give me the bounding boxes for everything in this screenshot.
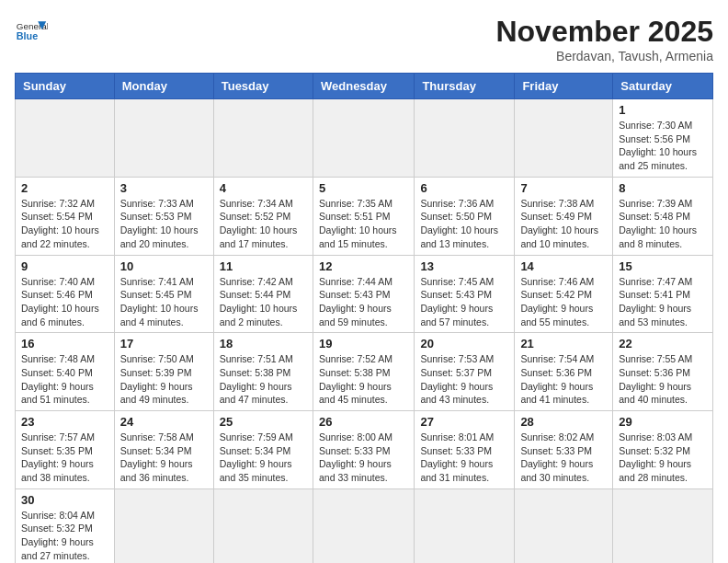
day-info: Sunrise: 7:59 AM Sunset: 5:34 PM Dayligh… <box>220 431 307 485</box>
day-number: 1 <box>619 103 707 117</box>
day-info: Sunrise: 7:52 AM Sunset: 5:38 PM Dayligh… <box>319 352 408 407</box>
day-header-tuesday: Tuesday <box>213 74 313 99</box>
calendar-cell: 24Sunrise: 7:58 AM Sunset: 5:34 PM Dayli… <box>114 411 213 489</box>
calendar-cell <box>114 99 213 178</box>
day-info: Sunrise: 7:39 AM Sunset: 5:48 PM Dayligh… <box>619 197 707 251</box>
day-info: Sunrise: 7:58 AM Sunset: 5:34 PM Dayligh… <box>120 431 208 485</box>
day-number: 2 <box>21 181 108 195</box>
day-info: Sunrise: 7:48 AM Sunset: 5:40 PM Dayligh… <box>21 352 108 407</box>
calendar-cell: 11Sunrise: 7:42 AM Sunset: 5:44 PM Dayli… <box>213 255 313 333</box>
day-number: 4 <box>220 181 307 195</box>
day-number: 14 <box>520 259 607 273</box>
calendar-cell: 1Sunrise: 7:30 AM Sunset: 5:56 PM Daylig… <box>613 99 713 178</box>
day-info: Sunrise: 8:02 AM Sunset: 5:33 PM Dayligh… <box>520 431 607 485</box>
day-number: 3 <box>120 181 208 195</box>
day-info: Sunrise: 7:51 AM Sunset: 5:38 PM Dayligh… <box>220 352 307 407</box>
calendar-cell: 12Sunrise: 7:44 AM Sunset: 5:43 PM Dayli… <box>313 255 414 333</box>
calendar-cell: 16Sunrise: 7:48 AM Sunset: 5:40 PM Dayli… <box>16 333 115 411</box>
day-number: 18 <box>220 337 307 350</box>
day-info: Sunrise: 8:00 AM Sunset: 5:33 PM Dayligh… <box>319 431 408 485</box>
calendar-table: SundayMondayTuesdayWednesdayThursdayFrid… <box>15 73 713 563</box>
day-number: 19 <box>319 337 408 350</box>
day-info: Sunrise: 7:46 AM Sunset: 5:42 PM Dayligh… <box>520 275 607 329</box>
day-info: Sunrise: 7:40 AM Sunset: 5:46 PM Dayligh… <box>21 275 108 329</box>
calendar-week-row: 1Sunrise: 7:30 AM Sunset: 5:56 PM Daylig… <box>16 99 713 178</box>
day-number: 20 <box>420 337 508 350</box>
day-number: 27 <box>420 415 508 429</box>
calendar-cell <box>415 99 515 178</box>
logo-icon: General Blue <box>15 15 48 48</box>
day-number: 10 <box>120 259 208 273</box>
calendar-week-row: 23Sunrise: 7:57 AM Sunset: 5:35 PM Dayli… <box>16 411 713 489</box>
calendar-cell: 26Sunrise: 8:00 AM Sunset: 5:33 PM Dayli… <box>313 411 414 489</box>
calendar-cell: 10Sunrise: 7:41 AM Sunset: 5:45 PM Dayli… <box>114 255 213 333</box>
logo: General Blue <box>15 15 48 48</box>
calendar-cell: 20Sunrise: 7:53 AM Sunset: 5:37 PM Dayli… <box>415 333 515 411</box>
calendar-cell: 7Sunrise: 7:38 AM Sunset: 5:49 PM Daylig… <box>515 177 613 255</box>
day-info: Sunrise: 7:38 AM Sunset: 5:49 PM Dayligh… <box>520 197 607 251</box>
calendar-cell <box>313 488 414 563</box>
day-info: Sunrise: 7:53 AM Sunset: 5:37 PM Dayligh… <box>420 352 508 407</box>
day-number: 30 <box>21 493 108 507</box>
calendar-cell: 8Sunrise: 7:39 AM Sunset: 5:48 PM Daylig… <box>613 177 713 255</box>
calendar-cell: 9Sunrise: 7:40 AM Sunset: 5:46 PM Daylig… <box>16 255 115 333</box>
day-info: Sunrise: 7:45 AM Sunset: 5:43 PM Dayligh… <box>420 275 508 329</box>
day-info: Sunrise: 7:54 AM Sunset: 5:36 PM Dayligh… <box>520 352 607 407</box>
day-header-sunday: Sunday <box>16 74 115 99</box>
day-header-friday: Friday <box>515 74 613 99</box>
calendar-cell <box>16 99 115 178</box>
day-number: 22 <box>619 337 707 350</box>
day-info: Sunrise: 7:57 AM Sunset: 5:35 PM Dayligh… <box>21 431 108 485</box>
day-info: Sunrise: 7:35 AM Sunset: 5:51 PM Dayligh… <box>319 197 408 251</box>
day-number: 13 <box>420 259 508 273</box>
day-header-thursday: Thursday <box>415 74 515 99</box>
day-number: 23 <box>21 415 108 429</box>
calendar-cell: 23Sunrise: 7:57 AM Sunset: 5:35 PM Dayli… <box>16 411 115 489</box>
calendar-cell: 13Sunrise: 7:45 AM Sunset: 5:43 PM Dayli… <box>415 255 515 333</box>
day-info: Sunrise: 8:01 AM Sunset: 5:33 PM Dayligh… <box>420 431 508 485</box>
day-info: Sunrise: 7:50 AM Sunset: 5:39 PM Dayligh… <box>120 352 208 407</box>
day-info: Sunrise: 8:04 AM Sunset: 5:32 PM Dayligh… <box>21 509 108 563</box>
day-info: Sunrise: 7:30 AM Sunset: 5:56 PM Dayligh… <box>619 119 707 173</box>
month-title: November 2025 <box>495 15 713 49</box>
day-number: 8 <box>619 181 707 195</box>
day-number: 29 <box>619 415 707 429</box>
calendar-cell <box>213 99 313 178</box>
calendar-cell: 4Sunrise: 7:34 AM Sunset: 5:52 PM Daylig… <box>213 177 313 255</box>
calendar-cell: 18Sunrise: 7:51 AM Sunset: 5:38 PM Dayli… <box>213 333 313 411</box>
calendar-week-row: 9Sunrise: 7:40 AM Sunset: 5:46 PM Daylig… <box>16 255 713 333</box>
calendar-week-row: 30Sunrise: 8:04 AM Sunset: 5:32 PM Dayli… <box>16 488 713 563</box>
day-info: Sunrise: 7:36 AM Sunset: 5:50 PM Dayligh… <box>420 197 508 251</box>
day-info: Sunrise: 7:32 AM Sunset: 5:54 PM Dayligh… <box>21 197 108 251</box>
day-info: Sunrise: 7:44 AM Sunset: 5:43 PM Dayligh… <box>319 275 408 329</box>
calendar-header-row: SundayMondayTuesdayWednesdayThursdayFrid… <box>16 74 713 99</box>
day-info: Sunrise: 7:47 AM Sunset: 5:41 PM Dayligh… <box>619 275 707 329</box>
calendar-cell <box>415 488 515 563</box>
calendar-cell: 22Sunrise: 7:55 AM Sunset: 5:36 PM Dayli… <box>613 333 713 411</box>
calendar-cell: 3Sunrise: 7:33 AM Sunset: 5:53 PM Daylig… <box>114 177 213 255</box>
day-info: Sunrise: 7:42 AM Sunset: 5:44 PM Dayligh… <box>220 275 307 329</box>
calendar-cell: 6Sunrise: 7:36 AM Sunset: 5:50 PM Daylig… <box>415 177 515 255</box>
calendar-week-row: 2Sunrise: 7:32 AM Sunset: 5:54 PM Daylig… <box>16 177 713 255</box>
calendar-week-row: 16Sunrise: 7:48 AM Sunset: 5:40 PM Dayli… <box>16 333 713 411</box>
day-info: Sunrise: 7:41 AM Sunset: 5:45 PM Dayligh… <box>120 275 208 329</box>
calendar-cell <box>515 99 613 178</box>
calendar-cell <box>313 99 414 178</box>
day-header-wednesday: Wednesday <box>313 74 414 99</box>
day-number: 6 <box>420 181 508 195</box>
day-info: Sunrise: 7:33 AM Sunset: 5:53 PM Dayligh… <box>120 197 208 251</box>
calendar-cell <box>613 488 713 563</box>
day-number: 28 <box>520 415 607 429</box>
calendar-cell: 15Sunrise: 7:47 AM Sunset: 5:41 PM Dayli… <box>613 255 713 333</box>
svg-text:Blue: Blue <box>17 30 38 41</box>
day-number: 5 <box>319 181 408 195</box>
day-number: 24 <box>120 415 208 429</box>
calendar-cell: 27Sunrise: 8:01 AM Sunset: 5:33 PM Dayli… <box>415 411 515 489</box>
day-header-monday: Monday <box>114 74 213 99</box>
calendar-cell: 30Sunrise: 8:04 AM Sunset: 5:32 PM Dayli… <box>16 488 115 563</box>
page-header: General Blue November 2025 Berdavan, Tav… <box>15 15 713 63</box>
day-number: 26 <box>319 415 408 429</box>
calendar-cell: 28Sunrise: 8:02 AM Sunset: 5:33 PM Dayli… <box>515 411 613 489</box>
day-number: 15 <box>619 259 707 273</box>
title-area: November 2025 Berdavan, Tavush, Armenia <box>495 15 713 63</box>
